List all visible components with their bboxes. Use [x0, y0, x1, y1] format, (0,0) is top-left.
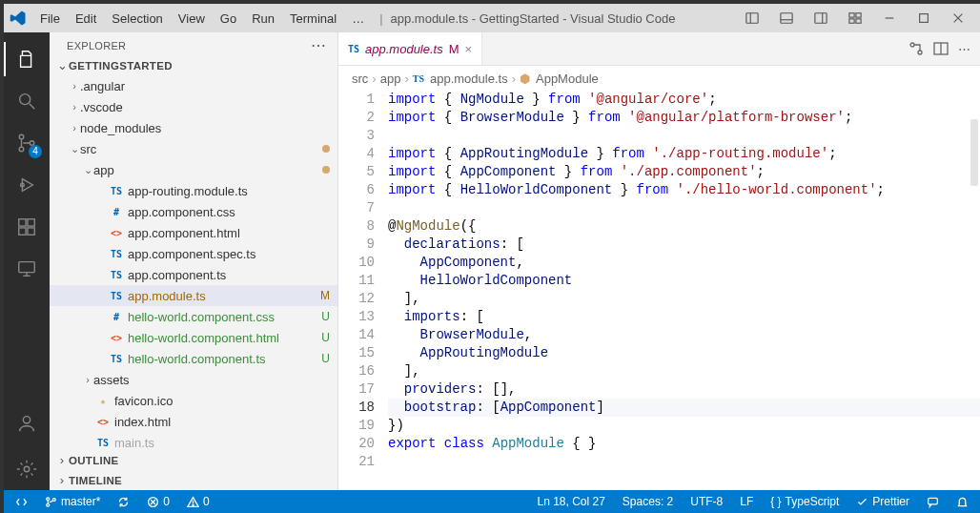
ts-file-icon: TS: [109, 267, 124, 282]
activity-scm[interactable]: 4: [4, 122, 50, 164]
svg-rect-8: [849, 19, 854, 23]
indentation[interactable]: Spaces: 2: [619, 490, 677, 513]
tree-file[interactable]: #hello-world.component.cssU: [50, 306, 337, 327]
breadcrumb-item[interactable]: app: [380, 72, 401, 86]
html-file-icon: <>: [109, 225, 124, 240]
scm-badge: 4: [29, 145, 42, 158]
svg-rect-0: [746, 13, 758, 24]
tab-close-icon[interactable]: ×: [465, 42, 473, 56]
svg-rect-24: [28, 228, 34, 235]
vscode-logo-icon: [10, 10, 27, 27]
explorer-more-icon[interactable]: ⋯: [311, 41, 326, 51]
tree-file[interactable]: TSapp.component.ts: [50, 264, 337, 285]
svg-rect-21: [19, 219, 26, 226]
svg-rect-11: [920, 14, 929, 23]
css-file-icon: #: [109, 309, 124, 324]
tree-folder[interactable]: ›.vscode: [50, 96, 337, 117]
timeline-section[interactable]: ›TIMELINE: [50, 470, 337, 490]
titlebar-separator: |: [379, 11, 382, 26]
tree-file[interactable]: ★favicon.ico: [50, 390, 337, 411]
explorer-title: EXPLORER: [67, 40, 311, 51]
activity-remote[interactable]: [4, 248, 50, 290]
activity-settings[interactable]: [4, 448, 50, 490]
split-editor-icon[interactable]: [933, 41, 949, 56]
svg-rect-22: [28, 219, 34, 226]
notifications-icon[interactable]: [952, 490, 972, 513]
tree-folder[interactable]: ›assets: [50, 369, 337, 390]
activity-run-debug[interactable]: [4, 164, 50, 206]
layout-panel-right-icon[interactable]: [805, 4, 837, 32]
feedback-icon[interactable]: [923, 490, 943, 513]
window-close-button[interactable]: [942, 4, 974, 32]
window-minimize-button[interactable]: [873, 4, 906, 32]
activity-search[interactable]: [4, 80, 50, 122]
menu-go[interactable]: Go: [213, 9, 244, 29]
menu-…[interactable]: …: [344, 9, 372, 29]
breadcrumb-item[interactable]: app.module.ts: [430, 72, 508, 86]
star-file-icon: ★: [95, 393, 111, 408]
tree-folder[interactable]: ›.angular: [50, 75, 337, 96]
tree-file[interactable]: <>index.html: [50, 411, 337, 432]
breadcrumb-item[interactable]: AppModule: [536, 72, 599, 86]
menu-selection[interactable]: Selection: [104, 9, 170, 29]
ts-file-icon: TS: [109, 288, 124, 303]
tree-file[interactable]: TSmain.ts: [50, 432, 337, 450]
workspace-section[interactable]: ⌄GETTINGSTARTED: [50, 55, 337, 75]
breadcrumb-item[interactable]: src: [352, 72, 368, 86]
tree-file[interactable]: TSapp.component.spec.ts: [50, 243, 337, 264]
menu-run[interactable]: Run: [244, 9, 282, 29]
ts-file-icon: TS: [109, 246, 124, 261]
layout-panel-bottom-icon[interactable]: [770, 4, 803, 32]
window-maximize-button[interactable]: [908, 4, 940, 32]
ts-file-icon: TS: [109, 351, 124, 366]
activity-explorer[interactable]: [4, 38, 50, 80]
tree-folder[interactable]: ›node_modules: [50, 117, 337, 138]
svg-point-35: [47, 503, 50, 506]
ts-file-icon: TS: [109, 183, 124, 198]
git-branch[interactable]: master*: [41, 490, 104, 513]
tree-folder[interactable]: ⌄app: [50, 159, 337, 180]
svg-line-15: [30, 104, 35, 110]
status-bar: master* 0 0 Ln 18, Col 27 Spaces: 2 UTF-…: [4, 490, 980, 513]
tab-app-module[interactable]: TS app.module.ts M ×: [338, 32, 482, 65]
svg-rect-9: [856, 19, 861, 23]
problems-warnings[interactable]: 0: [183, 490, 214, 513]
tree-file[interactable]: TSapp-routing.module.ts: [50, 180, 337, 201]
tree-file[interactable]: <>app.component.html: [50, 222, 337, 243]
compare-changes-icon[interactable]: [909, 41, 924, 56]
tree-file[interactable]: #app.component.css: [50, 201, 337, 222]
svg-rect-4: [815, 13, 827, 24]
layout-customize-icon[interactable]: [839, 4, 871, 32]
activity-account[interactable]: [4, 402, 50, 444]
remote-indicator[interactable]: [11, 490, 31, 513]
cursor-position[interactable]: Ln 18, Col 27: [533, 490, 608, 513]
menu-edit[interactable]: Edit: [68, 9, 104, 29]
svg-point-14: [20, 94, 31, 105]
layout-panel-left-icon[interactable]: [736, 4, 768, 32]
encoding[interactable]: UTF-8: [686, 490, 726, 513]
menu-view[interactable]: View: [171, 9, 213, 29]
language-mode[interactable]: { }TypeScript: [766, 490, 843, 513]
tree-folder[interactable]: ⌄src: [50, 138, 337, 159]
svg-rect-23: [19, 228, 26, 235]
prettier-status[interactable]: Prettier: [852, 490, 913, 513]
editor-more-icon[interactable]: ⋯: [958, 42, 970, 56]
svg-rect-25: [19, 262, 35, 273]
window-title: app.module.ts - GettingStarted - Visual …: [391, 11, 676, 26]
menu-file[interactable]: File: [32, 9, 68, 29]
menu-terminal[interactable]: Terminal: [282, 9, 344, 29]
outline-section[interactable]: ›OUTLINE: [50, 450, 337, 470]
ts-file-icon: TS: [95, 435, 111, 450]
tree-file[interactable]: <>hello-world.component.htmlU: [50, 327, 337, 348]
tree-file[interactable]: TShello-world.component.tsU: [50, 348, 337, 369]
minimap-scrollbar[interactable]: [970, 119, 978, 186]
activity-extensions[interactable]: [4, 206, 50, 248]
tree-file[interactable]: TSapp.module.tsM: [50, 285, 337, 306]
sync-changes[interactable]: [113, 490, 133, 513]
code-editor[interactable]: 123456789101112131415161718192021 import…: [338, 91, 980, 490]
svg-point-30: [910, 43, 914, 47]
eol[interactable]: LF: [736, 490, 757, 513]
svg-point-31: [918, 51, 922, 54]
problems-errors[interactable]: 0: [143, 490, 174, 513]
css-file-icon: #: [109, 204, 124, 219]
